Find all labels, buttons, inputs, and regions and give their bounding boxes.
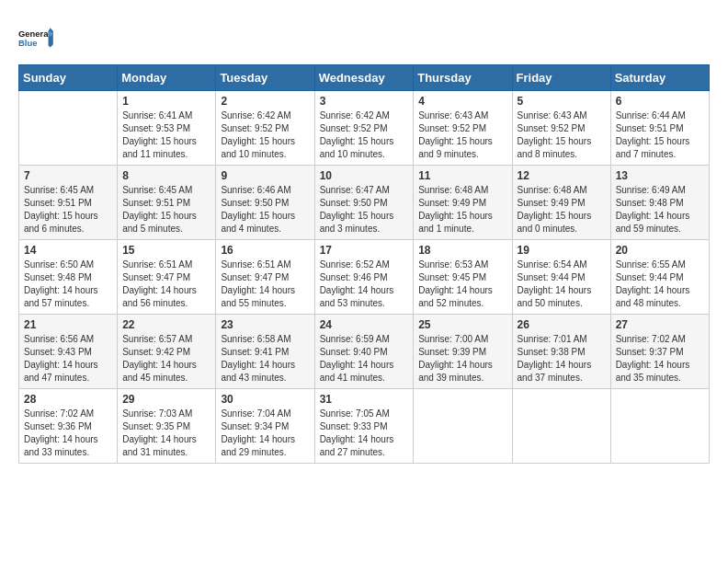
week-row-1: 1Sunrise: 6:41 AM Sunset: 9:53 PM Daylig…: [19, 91, 710, 166]
calendar-cell: 22Sunrise: 6:57 AM Sunset: 9:42 PM Dayli…: [118, 315, 216, 389]
calendar-cell: 23Sunrise: 6:58 AM Sunset: 9:41 PM Dayli…: [216, 315, 314, 389]
day-number: 5: [518, 95, 606, 108]
day-number: 24: [320, 318, 409, 331]
cell-content: Sunrise: 6:48 AM Sunset: 9:49 PM Dayligh…: [518, 184, 606, 236]
day-number: 30: [221, 393, 309, 406]
header-saturday: Saturday: [610, 65, 709, 91]
calendar-cell: 29Sunrise: 7:03 AM Sunset: 9:35 PM Dayli…: [118, 389, 216, 464]
calendar-cell: 1Sunrise: 6:41 AM Sunset: 9:53 PM Daylig…: [118, 91, 216, 166]
calendar-cell: 4Sunrise: 6:43 AM Sunset: 9:52 PM Daylig…: [414, 91, 512, 166]
cell-content: Sunrise: 6:49 AM Sunset: 9:48 PM Dayligh…: [616, 184, 704, 236]
day-number: 29: [122, 393, 210, 406]
day-number: 25: [418, 318, 506, 331]
calendar-cell: 30Sunrise: 7:04 AM Sunset: 9:34 PM Dayli…: [216, 389, 314, 464]
day-number: 10: [320, 169, 409, 182]
cell-content: Sunrise: 6:55 AM Sunset: 9:44 PM Dayligh…: [616, 259, 704, 310]
day-number: 19: [518, 244, 606, 257]
cell-content: Sunrise: 6:59 AM Sunset: 9:40 PM Dayligh…: [320, 333, 409, 385]
day-number: 22: [122, 318, 210, 331]
day-number: 16: [221, 244, 309, 257]
calendar-cell: 27Sunrise: 7:02 AM Sunset: 9:37 PM Dayli…: [610, 315, 709, 389]
calendar-cell: 19Sunrise: 6:54 AM Sunset: 9:44 PM Dayli…: [512, 240, 610, 315]
calendar-cell: 6Sunrise: 6:44 AM Sunset: 9:51 PM Daylig…: [610, 91, 709, 166]
calendar-cell: 5Sunrise: 6:43 AM Sunset: 9:52 PM Daylig…: [512, 91, 610, 166]
day-number: 28: [24, 393, 112, 406]
day-number: 17: [320, 244, 409, 257]
day-number: 23: [221, 318, 309, 331]
header-monday: Monday: [118, 65, 216, 91]
svg-marker-2: [49, 29, 55, 48]
cell-content: Sunrise: 6:48 AM Sunset: 9:49 PM Dayligh…: [418, 184, 506, 236]
calendar-cell: 31Sunrise: 7:05 AM Sunset: 9:33 PM Dayli…: [314, 389, 414, 464]
calendar-cell: 11Sunrise: 6:48 AM Sunset: 9:49 PM Dayli…: [414, 166, 512, 240]
day-number: 1: [122, 95, 210, 108]
cell-content: Sunrise: 6:56 AM Sunset: 9:43 PM Dayligh…: [24, 333, 112, 385]
calendar-table: SundayMondayTuesdayWednesdayThursdayFrid…: [18, 64, 710, 464]
calendar-cell: 7Sunrise: 6:45 AM Sunset: 9:51 PM Daylig…: [19, 166, 118, 240]
calendar-cell: [610, 389, 709, 464]
cell-content: Sunrise: 6:50 AM Sunset: 9:48 PM Dayligh…: [24, 259, 112, 310]
day-number: 6: [616, 95, 704, 108]
cell-content: Sunrise: 6:43 AM Sunset: 9:52 PM Dayligh…: [518, 109, 606, 161]
week-row-3: 14Sunrise: 6:50 AM Sunset: 9:48 PM Dayli…: [19, 240, 710, 315]
calendar-cell: 20Sunrise: 6:55 AM Sunset: 9:44 PM Dayli…: [610, 240, 709, 315]
cell-content: Sunrise: 6:57 AM Sunset: 9:42 PM Dayligh…: [122, 333, 210, 385]
header-sunday: Sunday: [19, 65, 118, 91]
day-number: 13: [616, 169, 704, 182]
calendar-cell: 9Sunrise: 6:46 AM Sunset: 9:50 PM Daylig…: [216, 166, 314, 240]
cell-content: Sunrise: 6:47 AM Sunset: 9:50 PM Dayligh…: [320, 184, 409, 236]
calendar-cell: 17Sunrise: 6:52 AM Sunset: 9:46 PM Dayli…: [314, 240, 414, 315]
week-row-4: 21Sunrise: 6:56 AM Sunset: 9:43 PM Dayli…: [19, 315, 710, 389]
cell-content: Sunrise: 6:42 AM Sunset: 9:52 PM Dayligh…: [221, 109, 309, 161]
page-header: General Blue: [18, 18, 710, 57]
cell-content: Sunrise: 6:51 AM Sunset: 9:47 PM Dayligh…: [122, 259, 210, 310]
cell-content: Sunrise: 6:43 AM Sunset: 9:52 PM Dayligh…: [418, 109, 506, 161]
calendar-cell: 28Sunrise: 7:02 AM Sunset: 9:36 PM Dayli…: [19, 389, 118, 464]
cell-content: Sunrise: 6:45 AM Sunset: 9:51 PM Dayligh…: [122, 184, 210, 236]
calendar-cell: 18Sunrise: 6:53 AM Sunset: 9:45 PM Dayli…: [414, 240, 512, 315]
cell-content: Sunrise: 6:42 AM Sunset: 9:52 PM Dayligh…: [320, 109, 409, 161]
day-number: 9: [221, 169, 309, 182]
day-number: 20: [616, 244, 704, 257]
cell-content: Sunrise: 6:52 AM Sunset: 9:46 PM Dayligh…: [320, 259, 409, 310]
day-number: 31: [320, 393, 409, 406]
calendar-cell: 3Sunrise: 6:42 AM Sunset: 9:52 PM Daylig…: [314, 91, 414, 166]
cell-content: Sunrise: 6:53 AM Sunset: 9:45 PM Dayligh…: [418, 259, 506, 310]
day-number: 21: [24, 318, 112, 331]
calendar-cell: [512, 389, 610, 464]
cell-content: Sunrise: 6:54 AM Sunset: 9:44 PM Dayligh…: [518, 259, 606, 310]
cell-content: Sunrise: 6:46 AM Sunset: 9:50 PM Dayligh…: [221, 184, 309, 236]
logo-svg: General Blue: [18, 18, 57, 57]
calendar-cell: 10Sunrise: 6:47 AM Sunset: 9:50 PM Dayli…: [314, 166, 414, 240]
cell-content: Sunrise: 7:01 AM Sunset: 9:38 PM Dayligh…: [518, 333, 606, 385]
calendar-cell: 25Sunrise: 7:00 AM Sunset: 9:39 PM Dayli…: [414, 315, 512, 389]
calendar-cell: 21Sunrise: 6:56 AM Sunset: 9:43 PM Dayli…: [19, 315, 118, 389]
calendar-cell: 15Sunrise: 6:51 AM Sunset: 9:47 PM Dayli…: [118, 240, 216, 315]
cell-content: Sunrise: 7:05 AM Sunset: 9:33 PM Dayligh…: [320, 408, 409, 459]
day-number: 27: [616, 318, 704, 331]
logo: General Blue: [18, 18, 57, 57]
cell-content: Sunrise: 6:45 AM Sunset: 9:51 PM Dayligh…: [24, 184, 112, 236]
calendar-cell: 2Sunrise: 6:42 AM Sunset: 9:52 PM Daylig…: [216, 91, 314, 166]
cell-content: Sunrise: 7:02 AM Sunset: 9:36 PM Dayligh…: [24, 408, 112, 459]
calendar-cell: [414, 389, 512, 464]
day-number: 7: [24, 169, 112, 182]
day-number: 8: [122, 169, 210, 182]
header-thursday: Thursday: [414, 65, 512, 91]
calendar-cell: 12Sunrise: 6:48 AM Sunset: 9:49 PM Dayli…: [512, 166, 610, 240]
calendar-cell: 26Sunrise: 7:01 AM Sunset: 9:38 PM Dayli…: [512, 315, 610, 389]
calendar-cell: [19, 91, 118, 166]
calendar-cell: 8Sunrise: 6:45 AM Sunset: 9:51 PM Daylig…: [118, 166, 216, 240]
cell-content: Sunrise: 6:51 AM Sunset: 9:47 PM Dayligh…: [221, 259, 309, 310]
svg-text:General: General: [18, 29, 51, 39]
day-number: 11: [418, 169, 506, 182]
calendar-cell: 16Sunrise: 6:51 AM Sunset: 9:47 PM Dayli…: [216, 240, 314, 315]
cell-content: Sunrise: 7:02 AM Sunset: 9:37 PM Dayligh…: [616, 333, 704, 385]
header-row: SundayMondayTuesdayWednesdayThursdayFrid…: [19, 65, 710, 91]
cell-content: Sunrise: 6:41 AM Sunset: 9:53 PM Dayligh…: [122, 109, 210, 161]
day-number: 14: [24, 244, 112, 257]
cell-content: Sunrise: 6:58 AM Sunset: 9:41 PM Dayligh…: [221, 333, 309, 385]
day-number: 15: [122, 244, 210, 257]
calendar-cell: 24Sunrise: 6:59 AM Sunset: 9:40 PM Dayli…: [314, 315, 414, 389]
cell-content: Sunrise: 7:03 AM Sunset: 9:35 PM Dayligh…: [122, 408, 210, 459]
